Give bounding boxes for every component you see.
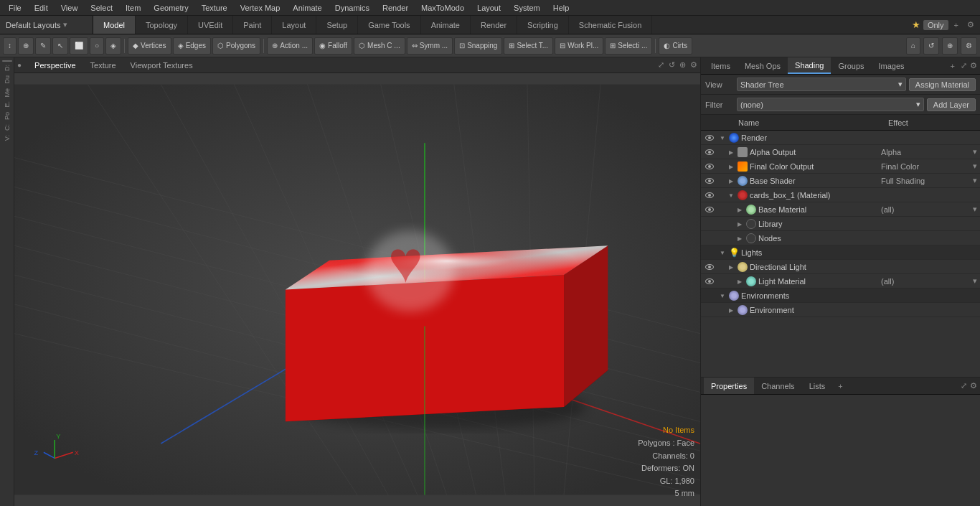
menu-item[interactable]: Item [120,2,146,14]
tree-expand-lights[interactable] [718,248,727,256]
menu-render[interactable]: Render [377,2,414,14]
toolbar-select-t[interactable]: ⊞ Select T... [504,37,553,55]
tree-eye-dir-light[interactable] [704,261,715,273]
toolbar-polygons[interactable]: ⬡ Polygons [212,37,260,55]
toolbar-snapping[interactable]: ⊡ Snapping [454,37,502,55]
sidebar-label-e[interactable]: E. [4,100,11,109]
viewport-tab-viewport-textures[interactable]: Viewport Textures [126,61,197,70]
prop-expand-icon[interactable]: ⤢ [961,381,967,390]
tree-item-alpha-output[interactable]: Alpha Output Alpha ▾ [701,145,980,159]
viewport-corner-icon-3[interactable]: ⊕ [679,60,686,70]
sidebar-label-c[interactable]: C: [4,123,11,132]
tree-dropdown-shader[interactable]: ▾ [967,176,977,185]
prop-tab-lists[interactable]: Lists [802,378,833,394]
menu-vertex-map[interactable]: Vertex Map [235,2,286,14]
only-button[interactable]: Only [923,20,948,30]
tree-item-base-shader[interactable]: Base Shader Full Shading ▾ [701,174,980,188]
tab-topology[interactable]: Topology [136,16,188,34]
viewport[interactable]: ♥ X Z Y No Items Polygons : Face Channel… [14,73,700,506]
tree-dropdown-alpha[interactable]: ▾ [967,147,977,156]
tab-setup[interactable]: Setup [316,16,358,34]
toolbar-view-zoom[interactable]: ⊕ [942,37,958,55]
right-panel-settings-icon[interactable]: ⚙ [970,61,977,70]
tree-expand-library[interactable] [735,220,744,228]
toolbar-snap[interactable]: ⊕ [18,37,34,55]
tab-scripting[interactable]: Scripting [517,16,569,34]
tab-render[interactable]: Render [471,16,517,34]
right-tab-groups[interactable]: Groups [831,57,871,74]
sidebar-label-me[interactable]: Me [4,87,11,99]
tab-paint[interactable]: Paint [233,16,272,34]
tree-item-light-material[interactable]: Light Material (all) ▾ [701,274,980,289]
tree-expand-dir-light[interactable] [727,263,735,271]
tree-dropdown-light-mat[interactable]: ▾ [967,276,977,286]
tree-eye-alpha[interactable] [704,146,715,158]
toolbar-bounds[interactable]: ⬜ [70,37,88,55]
tab-uvedit[interactable]: UVEdit [188,16,233,34]
tree-item-final-color[interactable]: Final Color Output Final Color ▾ [701,159,980,174]
toolbar-symm[interactable]: ⇔ Symm ... [407,37,453,55]
settings-icon[interactable]: ⚙ [964,20,977,29]
tree-expand-nodes[interactable] [735,234,744,242]
menu-dynamics[interactable]: Dynamics [329,2,375,14]
add-layout-icon[interactable]: + [951,21,961,29]
toolbar-action[interactable]: ⊕ Action ... [267,37,313,55]
tree-expand-base-mat[interactable] [735,205,744,213]
menu-animate[interactable]: Animate [287,2,327,14]
tree-item-cards-box[interactable]: cards_box_1 (Material) [701,188,980,202]
menu-help[interactable]: Help [547,2,575,14]
view-dropdown[interactable]: Shader Tree ▾ [737,78,906,91]
menu-texture[interactable]: Texture [196,2,233,14]
right-tab-images[interactable]: Images [872,57,912,74]
tree-eye-base-mat[interactable] [704,204,715,215]
tab-schematic[interactable]: Schematic Fusion [569,16,652,34]
layout-dropdown[interactable]: Default Layouts ▾ [0,16,93,34]
toolbar-view-reset[interactable]: ↺ [923,37,939,55]
toolbar-selecti[interactable]: ⊞ Selecti ... [605,37,652,55]
tree-eye-light-mat[interactable] [704,276,715,287]
tree-expand-render[interactable] [718,133,727,141]
tree-item-environment[interactable]: Environment [701,303,980,317]
filter-dropdown[interactable]: (none) ▾ [737,98,924,111]
sidebar-label-po[interactable]: Po [4,111,11,121]
viewport-corner-icon-4[interactable]: ⚙ [690,60,697,70]
tree-item-environments[interactable]: Environments [701,289,980,303]
menu-geometry[interactable]: Geometry [148,2,194,14]
tree-eye-base-shader[interactable] [704,175,715,187]
toolbar-pen[interactable]: ✎ [35,37,51,55]
viewport-tab-perspective[interactable]: Perspective [30,61,80,70]
toolbar-vertices[interactable]: ◆ Vertices [128,37,171,55]
viewport-tab-texture[interactable]: Texture [86,61,121,70]
toolbar-falloff[interactable]: ◉ Falloff [314,37,352,55]
tree-item-dir-light[interactable]: Directional Light [701,260,980,274]
tree-item-nodes[interactable]: Nodes [701,231,980,245]
assign-material-button[interactable]: Assign Material [909,78,976,91]
sidebar-label-du[interactable]: Du [4,74,11,85]
menu-maxtomodo[interactable]: MaxToModo [415,2,470,14]
toolbar-select-mode[interactable]: ↖ [52,37,68,55]
toolbar-edges[interactable]: ◈ Edges [173,37,211,55]
prop-settings-icon[interactable]: ⚙ [970,381,977,390]
tree-expand-alpha[interactable] [727,148,735,156]
tree-eye-render[interactable] [704,132,715,144]
viewport-corner-icon-1[interactable]: ⤢ [658,60,664,70]
add-layer-button[interactable]: Add Layer [927,98,976,111]
right-tab-items[interactable]: Items [704,57,738,74]
menu-system[interactable]: System [508,2,546,14]
right-panel-add-icon[interactable]: + [948,62,958,70]
toolbar-cirts[interactable]: ◐ Cirts [659,37,692,55]
tab-game-tools[interactable]: Game Tools [358,16,421,34]
tree-item-lights[interactable]: 💡 Lights [701,245,980,260]
tree-expand-cards-box[interactable] [727,191,735,199]
shader-tree[interactable]: Render Alpha Output Alpha ▾ [701,131,980,377]
right-tab-shading[interactable]: Shading [788,57,831,74]
toolbar-shield[interactable]: ◈ [105,37,121,55]
toolbar-work-pl[interactable]: ⊟ Work Pl... [555,37,603,55]
sidebar-label-v[interactable]: V: [4,133,11,142]
right-tab-mesh-ops[interactable]: Mesh Ops [738,57,788,74]
tree-expand-light-mat[interactable] [735,277,744,285]
sidebar-label-d[interactable]: D: [4,63,11,72]
tree-dropdown-final[interactable]: ▾ [967,161,977,171]
tree-eye-cards-box[interactable] [704,189,715,201]
prop-tab-add[interactable]: + [835,382,845,390]
